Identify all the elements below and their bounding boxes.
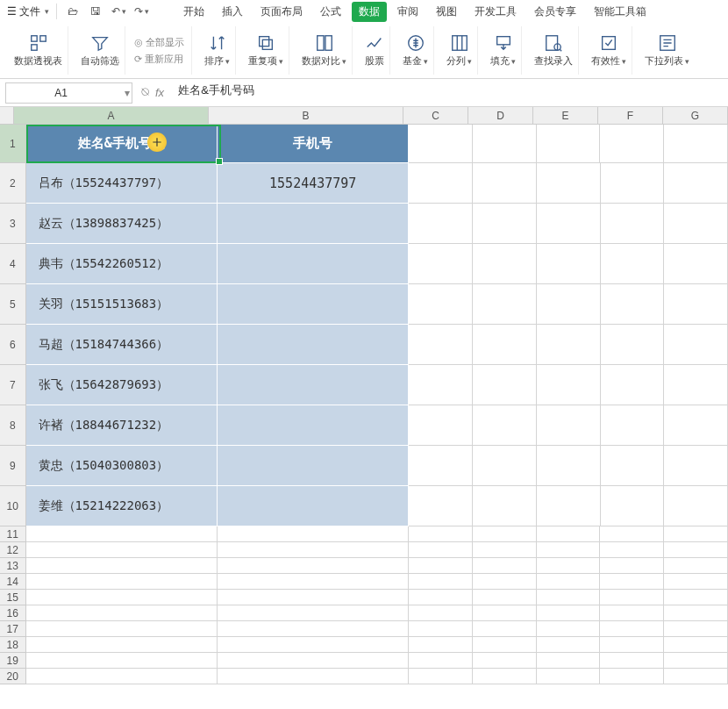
- cell[interactable]: [218, 244, 409, 284]
- row-header-5[interactable]: 5: [0, 284, 26, 325]
- row-header-20[interactable]: 20: [0, 669, 26, 684]
- cell[interactable]: [26, 653, 218, 669]
- cell[interactable]: [218, 446, 409, 486]
- cell[interactable]: [409, 405, 473, 446]
- cell[interactable]: 吕布（15524437797）: [26, 163, 218, 204]
- cell[interactable]: 张飞（15642879693）: [26, 365, 218, 405]
- cell[interactable]: [409, 621, 473, 637]
- cell[interactable]: [409, 590, 473, 605]
- ribbon-fill[interactable]: 填充▾: [485, 26, 522, 75]
- cell[interactable]: [601, 446, 665, 486]
- row-header-17[interactable]: 17: [0, 621, 26, 637]
- cell[interactable]: [601, 325, 665, 365]
- cell[interactable]: [473, 653, 537, 669]
- cancel-icon[interactable]: ⦰: [141, 85, 150, 100]
- ribbon-droplist[interactable]: 下拉列表▾: [639, 26, 695, 75]
- cell[interactable]: [409, 125, 473, 163]
- cell[interactable]: [473, 590, 537, 605]
- row-header-14[interactable]: 14: [0, 574, 26, 590]
- cell[interactable]: [218, 558, 409, 574]
- ribbon-dup[interactable]: 重复项▾: [243, 26, 289, 75]
- cell[interactable]: [218, 325, 409, 365]
- cell[interactable]: 许褚（18844671232）: [26, 405, 218, 446]
- col-header-B[interactable]: B: [209, 107, 403, 124]
- cell[interactable]: [473, 574, 537, 590]
- cell[interactable]: [600, 637, 664, 653]
- cell[interactable]: [664, 405, 728, 446]
- cell[interactable]: [600, 653, 664, 669]
- cell[interactable]: [600, 542, 664, 558]
- row-header-19[interactable]: 19: [0, 653, 26, 669]
- cell[interactable]: [601, 365, 665, 405]
- cell[interactable]: 姓名&手机号码: [26, 125, 218, 163]
- cell[interactable]: [537, 621, 601, 637]
- tab-5[interactable]: 审阅: [390, 2, 425, 22]
- cell[interactable]: [473, 558, 537, 574]
- cell[interactable]: [537, 526, 601, 542]
- select-all-corner[interactable]: [0, 107, 14, 125]
- cell[interactable]: [664, 325, 728, 365]
- cell[interactable]: [600, 125, 664, 163]
- cell[interactable]: [537, 325, 601, 365]
- cell[interactable]: [26, 621, 218, 637]
- cell[interactable]: [600, 590, 664, 605]
- row-header-12[interactable]: 12: [0, 542, 26, 558]
- cell[interactable]: [664, 526, 728, 542]
- col-header-A[interactable]: A: [14, 107, 209, 124]
- cell[interactable]: [664, 125, 728, 163]
- cell[interactable]: [218, 621, 409, 637]
- cell[interactable]: [537, 605, 601, 621]
- row-header-9[interactable]: 9: [0, 446, 26, 486]
- cell[interactable]: [537, 446, 601, 486]
- cell[interactable]: [218, 284, 409, 325]
- cell[interactable]: [218, 669, 409, 684]
- cell[interactable]: [664, 244, 728, 284]
- cell[interactable]: [409, 365, 473, 405]
- cell[interactable]: [601, 284, 665, 325]
- cell[interactable]: [26, 605, 218, 621]
- cell[interactable]: [473, 605, 537, 621]
- cell[interactable]: [537, 244, 601, 284]
- col-header-D[interactable]: D: [468, 107, 533, 124]
- row-header-1[interactable]: 1: [0, 125, 26, 163]
- ribbon-split[interactable]: 分列▾: [441, 26, 478, 75]
- cell[interactable]: [664, 669, 728, 684]
- reapply-button[interactable]: ⟳重新应用: [132, 52, 186, 67]
- cell[interactable]: [218, 653, 409, 669]
- tab-1[interactable]: 插入: [215, 2, 250, 22]
- cell[interactable]: [537, 405, 601, 446]
- cell[interactable]: [409, 486, 473, 526]
- save-icon[interactable]: 🖫: [87, 3, 104, 20]
- cell[interactable]: [26, 558, 218, 574]
- row-header-2[interactable]: 2: [0, 163, 26, 204]
- cell[interactable]: [409, 163, 473, 204]
- cell[interactable]: [664, 637, 728, 653]
- cell[interactable]: [664, 590, 728, 605]
- cell[interactable]: [26, 542, 218, 558]
- cell[interactable]: [537, 669, 601, 684]
- cell[interactable]: [600, 526, 664, 542]
- row-header-10[interactable]: 10: [0, 486, 26, 526]
- row-header-3[interactable]: 3: [0, 204, 26, 244]
- cell[interactable]: [664, 605, 728, 621]
- cell[interactable]: [473, 204, 537, 244]
- ribbon-stock[interactable]: 股票: [360, 26, 390, 75]
- cell[interactable]: [664, 284, 728, 325]
- row-header-7[interactable]: 7: [0, 365, 26, 405]
- cell[interactable]: [537, 486, 601, 526]
- cell[interactable]: [409, 542, 473, 558]
- row-header-13[interactable]: 13: [0, 558, 26, 574]
- redo-icon[interactable]: ↷▾: [132, 3, 150, 20]
- cell[interactable]: 黄忠（15040300803）: [26, 446, 218, 486]
- cell[interactable]: [409, 446, 473, 486]
- cell[interactable]: [218, 204, 409, 244]
- cell[interactable]: [537, 653, 601, 669]
- open-icon[interactable]: 🗁: [64, 3, 82, 20]
- cell[interactable]: [664, 446, 728, 486]
- cell[interactable]: [664, 653, 728, 669]
- cell[interactable]: [26, 637, 218, 653]
- cell[interactable]: [600, 605, 664, 621]
- cell[interactable]: 15524437797: [218, 163, 409, 204]
- row-header-6[interactable]: 6: [0, 325, 26, 365]
- cell[interactable]: 赵云（13898837425）: [26, 204, 218, 244]
